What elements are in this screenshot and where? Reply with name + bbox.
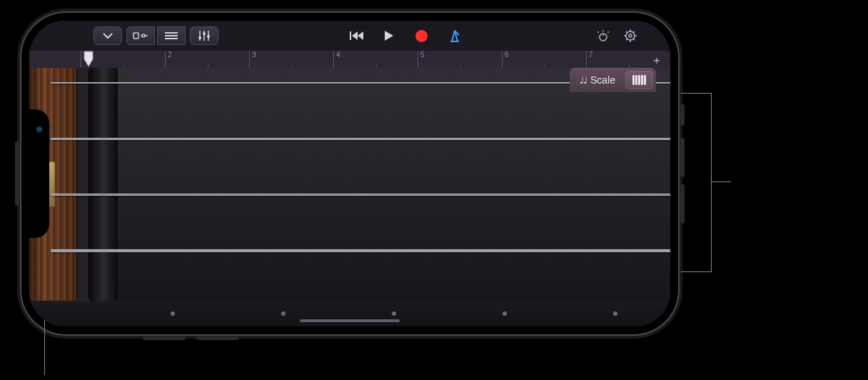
browser-button[interactable]: [126, 26, 155, 45]
fret-dot-icon: [613, 311, 617, 316]
fret-cell: [118, 301, 228, 326]
play-icon: [384, 30, 394, 41]
rewind-icon: [349, 31, 363, 41]
volume-up-button[interactable]: [680, 138, 685, 177]
record-icon: [415, 30, 428, 42]
svg-point-17: [597, 31, 599, 33]
mixer-icon: [198, 30, 211, 41]
svg-rect-0: [133, 33, 138, 39]
string-3[interactable]: [51, 194, 670, 196]
metronome-icon: [448, 29, 462, 42]
instrument-touch-area: [29, 68, 670, 326]
fret-dot-icon: [503, 311, 507, 316]
chevron-down-icon: [103, 32, 113, 39]
power-button[interactable]: [15, 141, 19, 206]
browser-icon: [133, 31, 148, 41]
keyboard-mode-button[interactable]: [625, 71, 653, 89]
fret-dot-icon: [281, 311, 286, 316]
song-menu-button[interactable]: [94, 26, 122, 45]
screen: 1 2 3 4 5 6 7 + ♩♩ Scale: [29, 21, 670, 326]
song-settings-button[interactable]: [619, 26, 642, 45]
scale-button[interactable]: ♩♩ Scale: [572, 71, 622, 89]
playhead[interactable]: [84, 51, 94, 68]
metronome-button[interactable]: [443, 26, 466, 45]
ruler-mark: 3: [249, 51, 333, 68]
callout-line: [681, 271, 711, 272]
go-to-start-button[interactable]: [345, 26, 368, 45]
svg-point-11: [203, 32, 206, 35]
ruler-mark: 2: [165, 51, 249, 68]
playhead-icon: [84, 51, 94, 68]
fret-dot-icon: [392, 311, 396, 316]
scale-icon: ♩♩: [580, 75, 587, 86]
svg-line-28: [626, 39, 627, 40]
callout-line: [681, 93, 711, 94]
ruler-mark: 6: [502, 51, 586, 68]
scale-label: Scale: [590, 74, 615, 86]
instrument-neck[interactable]: [118, 68, 670, 301]
bottom-grille-right: [196, 336, 239, 340]
dial-icon: [595, 29, 611, 42]
fret-cell: [228, 301, 339, 326]
fret-dot-icon: [171, 311, 175, 316]
fret-cell: [339, 301, 450, 326]
svg-point-1: [142, 34, 145, 37]
view-button-group: [126, 26, 186, 45]
volume-down-button[interactable]: [680, 184, 685, 224]
svg-point-12: [207, 35, 210, 38]
play-button[interactable]: [378, 26, 400, 45]
tracks-view-button[interactable]: [157, 26, 186, 45]
device-notch: [29, 109, 49, 238]
track-controls-button[interactable]: [190, 26, 218, 45]
phone-device-frame: 1 2 3 4 5 6 7 + ♩♩ Scale: [21, 13, 678, 334]
keyboard-icon: [632, 75, 646, 85]
home-indicator[interactable]: [300, 319, 400, 322]
svg-line-27: [633, 39, 635, 40]
bottom-grille-left: [143, 336, 186, 340]
note-mode-bar: ♩♩ Scale: [570, 68, 656, 92]
transport-controls: [345, 26, 466, 45]
ruler-mark: 4: [333, 51, 418, 68]
string-4[interactable]: [51, 249, 670, 252]
fret-cell: [449, 301, 560, 326]
ruler-mark: 5: [418, 51, 502, 68]
gear-icon: [623, 29, 637, 43]
master-effects-button[interactable]: [592, 26, 615, 45]
add-section-button[interactable]: +: [653, 54, 660, 68]
fret-cell: [560, 301, 670, 326]
instrument-bridge: [89, 68, 118, 301]
mute-switch[interactable]: [680, 104, 685, 126]
fret-marker-strip: [29, 301, 670, 326]
svg-point-18: [602, 30, 604, 31]
svg-point-10: [198, 36, 201, 39]
callout-line: [711, 93, 712, 272]
svg-point-21: [629, 34, 632, 37]
svg-line-29: [633, 31, 635, 33]
list-icon: [164, 31, 178, 40]
callout-line: [711, 181, 731, 182]
svg-point-19: [607, 31, 609, 33]
record-button[interactable]: [410, 26, 433, 45]
timeline-ruler[interactable]: 1 2 3 4 5 6 7: [29, 51, 670, 68]
string-2[interactable]: [51, 138, 670, 140]
svg-line-26: [626, 31, 627, 33]
control-bar: [29, 21, 670, 51]
